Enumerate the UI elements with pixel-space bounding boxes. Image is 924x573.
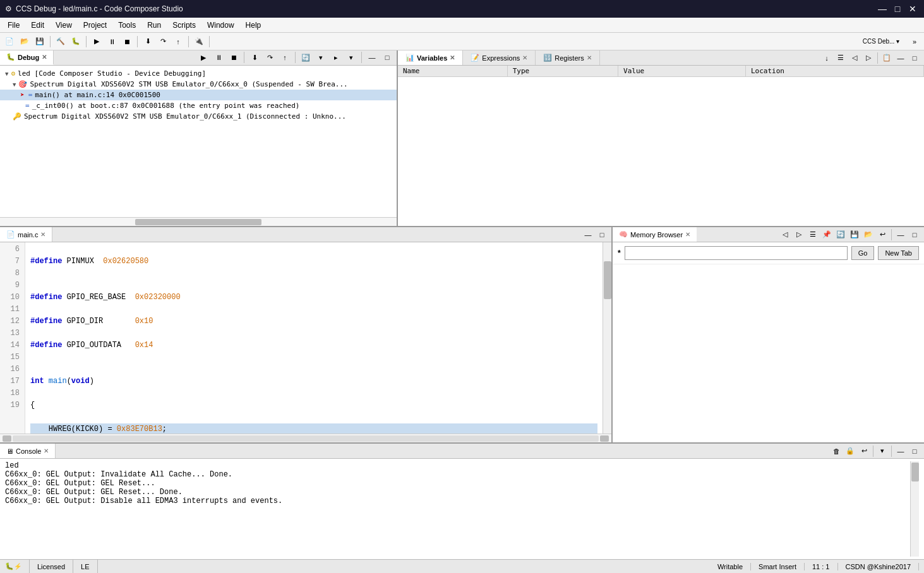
debug-step-in[interactable]: ⬇ — [248, 50, 261, 64]
step-into-button[interactable]: ⬇ — [141, 35, 155, 49]
registers-tab-close[interactable]: ✕ — [587, 54, 592, 61]
minimize-button[interactable]: — — [876, 3, 889, 15]
debug-resume-btn[interactable]: ▶ — [196, 50, 210, 64]
mem-min[interactable]: — — [894, 228, 908, 242]
editor-tab-close[interactable]: ✕ — [40, 231, 45, 238]
expressions-tab[interactable]: 📝 Expressions ✕ — [463, 50, 536, 65]
menu-help[interactable]: Help — [241, 20, 267, 31]
debug-step-ret[interactable]: ↑ — [278, 50, 292, 64]
debug-button[interactable]: 🐛 — [69, 35, 83, 49]
tree-item-0[interactable]: ▼ ⚙ led [Code Composer Studio - Device D… — [0, 68, 397, 79]
debug-more[interactable]: ▾ — [344, 50, 358, 64]
debug-maximize[interactable]: □ — [380, 50, 394, 64]
vars-max[interactable]: □ — [908, 51, 921, 65]
console-vscroll[interactable] — [910, 461, 919, 557]
menu-run[interactable]: Run — [142, 20, 166, 31]
debug-terminate-btn[interactable]: ⏹ — [227, 50, 241, 64]
menu-scripts[interactable]: Scripts — [167, 20, 201, 31]
variables-tab-close[interactable]: ✕ — [450, 54, 455, 61]
mem-nav-back[interactable]: ◁ — [778, 228, 792, 242]
tree-item-2[interactable]: ➤ = main() at main.c:14 0x0C001500 — [0, 90, 397, 100]
debug-h-scroll[interactable] — [0, 217, 397, 226]
mem-format[interactable]: ☰ — [806, 228, 820, 242]
memory-tab-close[interactable]: ✕ — [685, 231, 690, 238]
tree-item-1[interactable]: ▼ 🎯 Spectrum Digital XDS560V2 STM USB Em… — [0, 79, 397, 90]
status-le-text: LE — [81, 563, 89, 570]
console-vscroll-thumb[interactable] — [911, 463, 919, 481]
console-max[interactable]: □ — [908, 444, 921, 458]
step-return-button[interactable]: ↑ — [171, 35, 185, 49]
console-more[interactable]: ▾ — [875, 444, 889, 458]
debug-tab-close[interactable]: ✕ — [42, 54, 47, 61]
debug-expand[interactable]: ▸ — [329, 50, 343, 64]
editor-max[interactable]: □ — [595, 228, 609, 242]
menu-project[interactable]: Project — [78, 20, 112, 31]
maximize-button[interactable]: □ — [891, 3, 904, 15]
mem-restore[interactable]: ↩ — [875, 228, 889, 242]
vars-copy[interactable]: 📋 — [880, 51, 894, 65]
perspective-button[interactable]: CCS Deb... ▾ — [856, 35, 906, 49]
breakpoint-arrow: ➤ — [20, 91, 25, 99]
step-over-button[interactable]: ↷ — [156, 35, 170, 49]
code-area[interactable]: #define PINMUX 0x02620580 #define GPIO_R… — [25, 242, 603, 434]
memory-browser-tab[interactable]: 🧠 Memory Browser ✕ — [613, 227, 697, 242]
mem-max[interactable]: □ — [908, 228, 921, 242]
debug-collapse[interactable]: ▾ — [314, 50, 328, 64]
resume-button[interactable]: ▶ — [90, 35, 104, 49]
close-button[interactable]: ✕ — [906, 3, 919, 15]
vars-select-btn[interactable]: ☰ — [834, 51, 848, 65]
menu-view[interactable]: View — [51, 20, 77, 31]
memory-address-input[interactable] — [625, 246, 848, 260]
debug-scroll-thumb[interactable] — [135, 219, 261, 225]
mem-refresh[interactable]: 🔄 — [834, 228, 848, 242]
save-button[interactable]: 💾 — [33, 35, 47, 49]
debug-suspend-btn[interactable]: ⏸ — [212, 50, 225, 64]
console-word-wrap[interactable]: ↩ — [857, 444, 871, 458]
console-tab[interactable]: 🖥 Console ✕ — [0, 444, 56, 458]
mem-nav-fwd[interactable]: ▷ — [792, 228, 806, 242]
editor-hscroll-end[interactable] — [600, 435, 609, 442]
debug-refresh[interactable]: 🔄 — [299, 50, 313, 64]
debug-step-over[interactable]: ↷ — [263, 50, 277, 64]
mem-import[interactable]: 📂 — [861, 228, 875, 242]
menu-edit[interactable]: Edit — [26, 20, 49, 31]
console-tab-close[interactable]: ✕ — [44, 447, 49, 454]
tree-item-3[interactable]: = _c_int00() at boot.c:87 0x0C001688 (th… — [0, 100, 397, 111]
debug-tab[interactable]: 🐛 Debug ✕ — [0, 50, 54, 65]
memory-new-tab-button[interactable]: New Tab — [878, 246, 919, 260]
editor-main-c-tab[interactable]: 📄 main.c ✕ — [0, 227, 52, 242]
console-scroll-lock[interactable]: 🔒 — [843, 444, 857, 458]
editor-h-scroll[interactable] — [0, 434, 611, 442]
mem-export[interactable]: 💾 — [848, 228, 861, 242]
editor-vscroll[interactable] — [603, 242, 611, 434]
new-button[interactable]: 📄 — [3, 35, 16, 49]
menu-window[interactable]: Window — [202, 20, 239, 31]
connect-button[interactable]: 🔌 — [192, 35, 206, 49]
console-clear-btn[interactable]: 🗑 — [829, 444, 843, 458]
vars-more1[interactable]: ◁ — [848, 51, 861, 65]
menu-tools[interactable]: Tools — [113, 20, 141, 31]
editor-hscroll-thumb[interactable] — [3, 435, 11, 442]
expressions-tab-close[interactable]: ✕ — [522, 54, 527, 61]
vars-collapse-btn[interactable]: ↓ — [820, 51, 834, 65]
editor-min[interactable]: — — [581, 228, 595, 242]
open-button[interactable]: 📂 — [18, 35, 32, 49]
tree-item-4[interactable]: 🔑 Spectrum Digital XDS560V2 STM USB Emul… — [0, 111, 397, 122]
debug-minimize[interactable]: — — [365, 50, 379, 64]
more-perspectives-button[interactable]: » — [908, 35, 921, 49]
memory-go-button[interactable]: Go — [851, 246, 875, 260]
editor-vscroll-thumb[interactable] — [604, 261, 611, 299]
ln-7: 7 — [5, 256, 20, 268]
terminate-button[interactable]: ⏹ — [120, 35, 134, 49]
vars-more2[interactable]: ▷ — [861, 51, 875, 65]
console-min[interactable]: — — [894, 444, 908, 458]
build-button[interactable]: 🔨 — [54, 35, 68, 49]
registers-tab[interactable]: 🔢 Registers ✕ — [536, 50, 599, 65]
variables-tab[interactable]: 📊 Variables ✕ — [398, 50, 463, 65]
suspend-button[interactable]: ⏸ — [105, 35, 119, 49]
menu-file[interactable]: File — [3, 20, 25, 31]
mem-pin[interactable]: 📌 — [820, 228, 834, 242]
ln-16: 16 — [5, 363, 20, 375]
vars-min[interactable]: — — [894, 51, 908, 65]
app-icon: ⚙ — [5, 4, 12, 13]
